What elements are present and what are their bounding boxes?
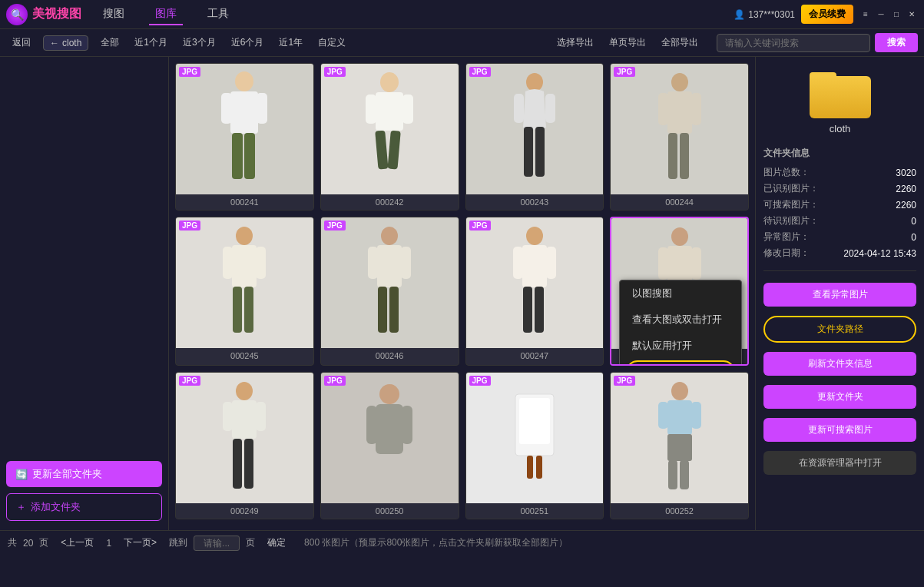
- searchable-label: 可搜索图片：: [763, 198, 819, 211]
- menu-button[interactable]: ≡: [859, 8, 872, 21]
- export-buttons: 选择导出 单页导出 全部导出: [551, 34, 704, 51]
- image-card-000247[interactable]: JPG 000247: [465, 217, 604, 366]
- svg-rect-59: [527, 456, 533, 479]
- image-thumbnail: [611, 64, 748, 194]
- logo-icon: 🔍: [6, 4, 28, 25]
- image-card-000248[interactable]: 000248 以图搜图 查看大图或双击打开 默认应用打开 在资源管理器中打开 复…: [610, 217, 749, 366]
- image-badge: JPG: [179, 376, 200, 386]
- total-label: 图片总数：: [763, 166, 810, 179]
- image-badge: JPG: [179, 221, 200, 230]
- context-item-default-open[interactable]: 默认应用打开: [620, 333, 741, 359]
- open-explorer-button[interactable]: 在资源管理器中打开: [763, 451, 916, 475]
- figure-svg: [649, 70, 710, 189]
- filter-1year[interactable]: 近1年: [273, 34, 309, 51]
- all-export-button[interactable]: 全部导出: [655, 34, 704, 51]
- search-input[interactable]: [717, 34, 870, 52]
- figure-svg: [504, 70, 565, 189]
- page-export-button[interactable]: 单页导出: [603, 34, 652, 51]
- image-thumbnail: [176, 217, 313, 348]
- back-button[interactable]: 返回: [6, 34, 37, 51]
- filter-6month[interactable]: 近6个月: [225, 34, 270, 51]
- image-badge: JPG: [469, 67, 491, 77]
- vip-button[interactable]: 会员续费: [801, 5, 853, 24]
- update-searchable-button[interactable]: 更新可搜索图片: [763, 418, 916, 442]
- nav-search[interactable]: 搜图: [97, 4, 131, 25]
- identified-label: 已识别图片：: [763, 182, 819, 195]
- image-badge: JPG: [324, 376, 346, 386]
- svg-rect-16: [535, 127, 545, 177]
- info-row-searchable: 可搜索图片： 2260: [763, 197, 916, 213]
- maximize-button[interactable]: □: [890, 8, 902, 21]
- svg-rect-9: [402, 95, 413, 124]
- refresh-folder-info-button[interactable]: 刷新文件夹信息: [763, 352, 916, 376]
- svg-rect-22: [680, 133, 689, 179]
- prev-page-button[interactable]: <上一页: [55, 534, 100, 552]
- user-icon: 👤: [734, 9, 745, 20]
- image-thumbnail: [321, 64, 459, 194]
- close-button[interactable]: ✕: [906, 8, 918, 21]
- current-page: 1: [106, 538, 111, 549]
- svg-rect-24: [232, 245, 257, 287]
- next-page-button[interactable]: 下一页>: [118, 534, 163, 552]
- figure-svg: [214, 379, 275, 498]
- image-card-000241[interactable]: JPG 000241: [175, 63, 314, 211]
- user-account: 137***0301: [748, 9, 795, 20]
- svg-rect-54: [376, 404, 403, 454]
- svg-rect-7: [376, 92, 403, 131]
- view-abnormal-button[interactable]: 查看异常图片: [763, 283, 916, 307]
- image-card-000252[interactable]: JPG 000252: [610, 372, 749, 519]
- svg-rect-44: [691, 247, 701, 280]
- svg-rect-67: [680, 460, 689, 489]
- image-card-000243[interactable]: JPG 000243: [465, 63, 604, 211]
- svg-rect-15: [524, 127, 533, 177]
- nav-tools[interactable]: 工具: [201, 4, 235, 25]
- svg-rect-10: [375, 130, 388, 169]
- image-card-000244[interactable]: JPG 000244: [610, 63, 749, 211]
- image-card-000246[interactable]: JPG 000246: [320, 217, 459, 366]
- info-row-pending: 待识别图片： 0: [763, 213, 916, 229]
- image-thumbnail: [611, 373, 748, 503]
- context-item-open-explorer[interactable]: 在资源管理器中打开: [620, 359, 741, 366]
- folder-icon-wrapper: cloth: [763, 65, 916, 142]
- filter-1month[interactable]: 近1个月: [128, 34, 174, 51]
- left-sidebar: 🔄 更新全部文件夹 ＋ 添加文件夹: [0, 57, 169, 530]
- total-info: 800 张图片（预显示800张图片，点击文件夹刷新获取全部图片）: [304, 536, 568, 549]
- svg-rect-50: [256, 402, 266, 431]
- update-folder-button[interactable]: 更新文件夹: [763, 385, 916, 409]
- nav-library[interactable]: 图库: [149, 4, 183, 25]
- image-card-000251[interactable]: JPG 000251: [465, 372, 604, 519]
- image-card-000242[interactable]: JPG 000242: [320, 63, 459, 211]
- svg-point-47: [236, 382, 253, 400]
- main-content: 🔄 更新全部文件夹 ＋ 添加文件夹 JPG 000241: [0, 57, 924, 530]
- filter-all[interactable]: 全部: [94, 34, 125, 51]
- svg-point-17: [671, 73, 688, 91]
- info-section-title: 文件夹信息: [763, 147, 916, 160]
- svg-rect-13: [514, 94, 524, 123]
- filter-3month[interactable]: 近3个月: [177, 34, 222, 51]
- user-info: 👤 137***0301: [734, 9, 795, 20]
- add-folder-button[interactable]: ＋ 添加文件夹: [6, 493, 162, 521]
- filter-custom[interactable]: 自定义: [312, 34, 352, 51]
- svg-point-53: [379, 384, 399, 404]
- select-export-button[interactable]: 选择导出: [551, 34, 600, 51]
- image-card-000245[interactable]: JPG 000245: [175, 217, 314, 366]
- minimize-button[interactable]: ─: [875, 8, 887, 21]
- image-thumbnail: [321, 217, 459, 348]
- confirm-jump-button[interactable]: 确定: [261, 534, 292, 552]
- search-button[interactable]: 搜索: [875, 33, 918, 52]
- folder-path-button[interactable]: 文件夹路径: [763, 316, 916, 343]
- image-badge: JPG: [614, 67, 635, 77]
- page-jump-input[interactable]: [194, 536, 240, 551]
- title-right: 👤 137***0301 会员续费 ≡ ─ □ ✕: [734, 5, 918, 24]
- context-item-search-by-image[interactable]: 以图搜图: [620, 280, 741, 307]
- image-card-000249[interactable]: JPG 000249: [175, 372, 314, 519]
- search-area: 搜索: [717, 33, 918, 52]
- toolbar: 返回 ← cloth 全部 近1个月 近3个月 近6个月 近1年 自定义 选择导…: [0, 29, 924, 57]
- context-item-view-large[interactable]: 查看大图或双击打开: [620, 307, 741, 333]
- breadcrumb-label: cloth: [62, 38, 81, 48]
- page-unit: 页: [246, 536, 255, 549]
- refresh-all-folders-button[interactable]: 🔄 更新全部文件夹: [6, 461, 162, 487]
- total-pages-suffix: 页: [39, 536, 48, 549]
- image-badge: JPG: [469, 221, 491, 230]
- image-card-000250[interactable]: JPG 000250: [320, 372, 459, 519]
